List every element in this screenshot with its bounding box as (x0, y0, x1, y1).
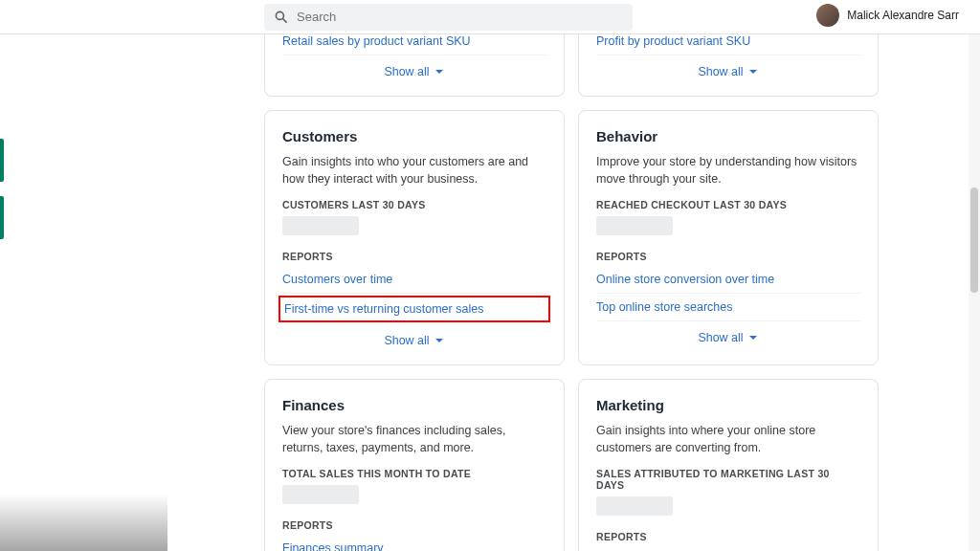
metric-label: SALES ATTRIBUTED TO MARKETING LAST 30 DA… (596, 468, 860, 491)
card-title: Marketing (596, 397, 860, 413)
scrollbar-track[interactable] (969, 34, 980, 551)
show-all-button[interactable]: Show all (282, 55, 546, 78)
card-finances: Finances View your store's finances incl… (264, 379, 565, 551)
metric-placeholder (282, 216, 359, 235)
show-all-label: Show all (384, 65, 429, 78)
report-link-first-time-vs-returning[interactable]: First-time vs returning customer sales (278, 296, 550, 322)
reports-heading: REPORTS (596, 251, 860, 262)
metric-label: CUSTOMERS LAST 30 DAYS (282, 199, 546, 210)
show-all-label: Show all (698, 331, 743, 344)
card-title: Customers (282, 128, 546, 144)
card-description: Improve your store by understanding how … (596, 154, 860, 187)
caret-down-icon (747, 332, 759, 343)
report-link[interactable]: Finances summary (282, 535, 546, 551)
card-title: Finances (282, 397, 546, 413)
sidebar-shadow (0, 494, 167, 551)
sidebar-accent (0, 139, 4, 182)
search-icon (274, 10, 289, 25)
top-bar: Malick Alexandre Sarr (0, 0, 980, 34)
sidebar-accent (0, 196, 4, 239)
report-link[interactable]: Sessions attributed to marketing (596, 546, 860, 551)
metric-label: TOTAL SALES THIS MONTH TO DATE (282, 468, 546, 479)
show-all-label: Show all (698, 65, 743, 78)
show-all-button[interactable]: Show all (596, 321, 860, 344)
metric-label: REACHED CHECKOUT LAST 30 DAYS (596, 199, 860, 210)
caret-down-icon (434, 335, 445, 346)
report-link-customers-over-time[interactable]: Customers over time (282, 266, 546, 294)
caret-down-icon (434, 66, 445, 77)
search-input[interactable] (297, 10, 623, 24)
card-description: Gain insights into where your online sto… (596, 423, 860, 456)
report-link[interactable]: Online store conversion over time (596, 266, 860, 294)
user-name: Malick Alexandre Sarr (847, 9, 959, 22)
avatar (816, 4, 839, 27)
show-all-button[interactable]: Show all (596, 55, 860, 78)
card-description: Gain insights into who your customers ar… (282, 154, 546, 187)
user-menu[interactable]: Malick Alexandre Sarr (816, 4, 959, 27)
card-marketing: Marketing Gain insights into where your … (578, 379, 879, 551)
caret-down-icon (747, 66, 759, 77)
card-description: View your store's finances including sal… (282, 423, 546, 456)
report-link[interactable]: Top online store searches (596, 294, 860, 321)
card-customers: Customers Gain insights into who your cu… (264, 110, 565, 365)
scrollbar-thumb[interactable] (970, 187, 978, 293)
reports-heading: REPORTS (282, 251, 546, 262)
card-behavior: Behavior Improve your store by understan… (578, 110, 879, 365)
reports-heading: REPORTS (596, 531, 860, 542)
metric-placeholder (596, 216, 673, 235)
main-content: Retail sales by product Retail sales by … (264, 0, 879, 551)
card-title: Behavior (596, 128, 860, 144)
metric-placeholder (282, 485, 359, 504)
metric-placeholder (596, 496, 673, 516)
show-all-button[interactable]: Show all (282, 324, 546, 347)
search-box[interactable] (264, 4, 633, 31)
show-all-label: Show all (384, 334, 429, 347)
reports-heading: REPORTS (282, 519, 546, 531)
